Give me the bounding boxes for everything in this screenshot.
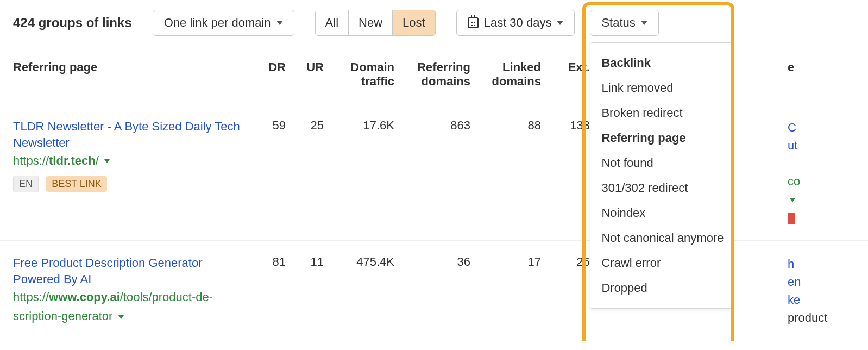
chevron-down-icon <box>557 21 563 25</box>
table-row: Free Product Description Generator Power… <box>0 241 868 341</box>
col-domain-traffic[interactable]: Domain traffic <box>331 49 402 104</box>
status-menu-item[interactable]: Dropped <box>590 276 733 301</box>
chevron-down-icon <box>641 21 647 25</box>
peek-text: h <box>788 257 794 271</box>
chevron-down-icon[interactable] <box>104 159 110 163</box>
filter-toolbar: 424 groups of links One link per domain … <box>0 0 868 49</box>
table-header-row: Referring page DR UR Domain traffic Refe… <box>0 49 868 104</box>
cell-ur: 25 <box>293 104 331 241</box>
col-ur[interactable]: UR <box>293 49 331 104</box>
cell-domain-traffic: 17.6K <box>331 104 402 241</box>
link-type-segment: All New Lost <box>315 10 436 36</box>
status-menu-item[interactable]: Broken redirect <box>590 101 733 126</box>
cell-domain-traffic: 475.4K <box>331 241 402 341</box>
referring-page-url[interactable]: https://tldr.tech/ <box>13 154 102 167</box>
cell-referring-domains[interactable]: 863 <box>402 104 478 241</box>
segment-new[interactable]: New <box>349 10 393 36</box>
peek-text: product <box>788 311 827 324</box>
status-dropdown-button[interactable]: Status <box>590 10 658 36</box>
peek-text: en <box>788 275 801 289</box>
status-menu-header-backlink: Backlink <box>590 51 733 76</box>
language-badge: EN <box>13 176 39 192</box>
grouping-dropdown-label: One link per domain <box>164 16 271 30</box>
referring-page-title-link[interactable]: Free Product Description Generator Power… <box>13 255 247 287</box>
col-dr[interactable]: DR <box>255 49 293 104</box>
url-path: / <box>96 154 99 167</box>
peek-text: ut <box>788 139 797 152</box>
url-prefix: https:// <box>13 290 49 304</box>
status-menu-item[interactable]: Crawl error <box>590 251 733 276</box>
status-menu-item[interactable]: Not found <box>590 151 733 176</box>
cell-ur: 11 <box>293 241 331 341</box>
cell-linked-domains[interactable]: 88 <box>478 104 549 241</box>
date-range-label: Last 30 days <box>484 16 552 30</box>
status-menu-header-referring-page: Referring page <box>590 126 733 151</box>
cell-dr: 59 <box>255 104 293 241</box>
calendar-icon <box>468 17 479 28</box>
status-filter-wrap: Status Backlink Link removed Broken redi… <box>590 10 658 36</box>
url-host: tldr.tech <box>49 154 96 167</box>
cell-dr: 81 <box>255 241 293 341</box>
status-menu-item[interactable]: Noindex <box>590 201 733 226</box>
col-referring-domains[interactable]: Referring domains <box>402 49 478 104</box>
backlinks-table: Referring page DR UR Domain traffic Refe… <box>0 49 868 341</box>
peek-text: ke <box>788 293 800 307</box>
referring-page-url[interactable]: https://www.copy.ai/tools/product-de­scr… <box>13 290 213 323</box>
table-row: TLDR Newsletter - A Byte Sized Daily Tec… <box>0 104 868 241</box>
chevron-down-icon <box>790 198 795 202</box>
cell-referring-domains[interactable]: 36 <box>402 241 478 341</box>
segment-all[interactable]: All <box>315 10 349 36</box>
best-link-badge: BEST LINK <box>46 176 107 192</box>
groups-count-title: 424 groups of links <box>13 15 132 30</box>
peek-text: co <box>788 174 800 188</box>
grouping-dropdown[interactable]: One link per domain <box>153 10 294 36</box>
segment-lost[interactable]: Lost <box>393 10 436 36</box>
url-host: www.copy.ai <box>49 290 120 304</box>
status-menu-item[interactable]: Not canonical anymore <box>590 226 733 251</box>
status-dropdown-menu: Backlink Link removed Broken redirect Re… <box>590 42 734 309</box>
col-linked-domains[interactable]: Linked domains <box>478 49 549 104</box>
chevron-down-icon <box>276 21 283 25</box>
url-prefix: https:// <box>13 154 49 167</box>
status-menu-item[interactable]: Link removed <box>590 76 733 101</box>
peek-text: C <box>788 121 796 134</box>
status-dropdown-label: Status <box>601 16 635 30</box>
chevron-down-icon[interactable] <box>118 315 124 319</box>
status-menu-item[interactable]: 301/302 redirect <box>590 176 733 201</box>
date-range-dropdown[interactable]: Last 30 days <box>456 10 575 36</box>
referring-page-title-link[interactable]: TLDR Newsletter - A Byte Sized Daily Tec… <box>13 118 247 151</box>
col-referring-page[interactable]: Referring page <box>0 49 255 104</box>
status-chip <box>788 212 795 224</box>
cell-linked-domains[interactable]: 17 <box>478 241 549 341</box>
